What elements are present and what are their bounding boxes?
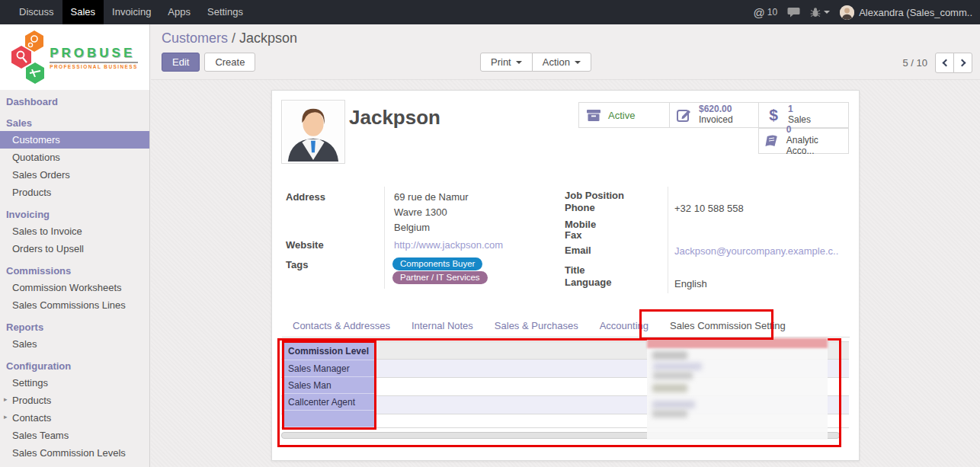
breadcrumb: Customers / Jackpson bbox=[162, 30, 297, 46]
dollar-icon: $ bbox=[765, 106, 782, 124]
expand-arrow-icon[interactable]: ▸ bbox=[4, 413, 8, 421]
print-button[interactable]: Print bbox=[480, 53, 533, 72]
mention-count: 10 bbox=[767, 7, 777, 18]
expand-arrow-icon[interactable]: ▸ bbox=[4, 395, 8, 403]
sidebar-item-quotations[interactable]: Quotations bbox=[0, 149, 149, 166]
action-label: Action bbox=[543, 56, 570, 68]
company-logo[interactable]: PROBUSE PROFESSIONAL BUSINESS bbox=[0, 24, 149, 90]
sidebar-section-configuration[interactable]: Configuration bbox=[0, 357, 149, 374]
email-link[interactable]: Jackpson@yourcompany.example.c.. bbox=[674, 245, 838, 257]
logo-hexagons-icon bbox=[11, 29, 46, 85]
analytic-count-label: Analytic Acco... bbox=[786, 136, 842, 157]
app-menu-sales[interactable]: Sales bbox=[62, 0, 104, 24]
book-icon bbox=[765, 135, 780, 148]
logo-text: PROBUSE PROFESSIONAL BUSINESS bbox=[50, 46, 138, 69]
pager-previous-button[interactable] bbox=[935, 53, 954, 73]
page-title: Jackpson bbox=[349, 106, 440, 130]
sidebar-section-reports[interactable]: Reports bbox=[0, 318, 149, 335]
sidebar-item-dashboard[interactable]: Dashboard bbox=[0, 93, 149, 110]
commission-level-header[interactable]: Commission Level bbox=[284, 343, 374, 360]
create-button[interactable]: Create bbox=[204, 53, 255, 72]
breadcrumb-customers[interactable]: Customers bbox=[162, 30, 228, 46]
sales-count-label: Sales bbox=[788, 115, 811, 126]
sidebar-item-products[interactable]: Products bbox=[0, 184, 149, 201]
debug-caret-icon bbox=[824, 11, 830, 14]
commission-level-cell[interactable]: Sales Manager bbox=[284, 360, 374, 377]
tab-contacts-addresses[interactable]: Contacts & Addresses bbox=[282, 313, 401, 337]
pager: 5 / 10 bbox=[902, 53, 972, 73]
sidebar-item-sales-orders[interactable]: Sales Orders bbox=[0, 166, 149, 184]
analytic-accounts-stat-button[interactable]: 0 Analytic Acco... bbox=[758, 128, 849, 154]
tag-partner-it-services[interactable]: Partner / IT Services bbox=[392, 271, 488, 284]
chevron-left-icon bbox=[942, 59, 950, 67]
user-menu[interactable]: Alexandra (Sales_comm.. bbox=[840, 5, 972, 20]
app-menu-discuss[interactable]: Discuss bbox=[11, 0, 62, 24]
chevron-down-icon bbox=[575, 61, 581, 64]
invoiced-stat-button[interactable]: $620.00 Invoiced bbox=[669, 102, 759, 128]
redacted-text bbox=[653, 363, 702, 370]
address-line-3: Belgium bbox=[394, 222, 430, 233]
sidebar-item-settings[interactable]: Settings bbox=[0, 374, 149, 392]
commission-level-cell-empty[interactable] bbox=[284, 411, 374, 427]
email-label: Email bbox=[565, 245, 591, 256]
sidebar-item-commission-worksheets[interactable]: Commission Worksheets bbox=[0, 279, 149, 296]
app-menu-invoicing[interactable]: Invoicing bbox=[104, 0, 159, 24]
businessman-avatar-icon bbox=[283, 102, 343, 162]
action-buttons: Print Action bbox=[480, 53, 591, 72]
title-label: Title bbox=[565, 264, 585, 276]
debug-icon[interactable] bbox=[810, 7, 830, 18]
phone-label: Phone bbox=[565, 202, 595, 213]
sidebar-item-reports-sales[interactable]: Sales bbox=[0, 335, 149, 353]
pager-value: 5 / 10 bbox=[902, 57, 927, 69]
control-panel: Customers / Jackpson Edit Create Print A… bbox=[151, 24, 980, 80]
logo-title: PROBUSE bbox=[50, 46, 138, 61]
language-value: English bbox=[674, 278, 707, 289]
commission-level-cell[interactable]: Sales Man bbox=[284, 377, 374, 394]
mention-counter[interactable]: @ 10 bbox=[754, 6, 778, 19]
sidebar-item-sales-teams[interactable]: Sales Teams bbox=[0, 427, 149, 444]
chevron-right-icon bbox=[958, 59, 966, 67]
tab-sales-purchases[interactable]: Sales & Purchases bbox=[484, 313, 589, 337]
sidebar-section-invoicing[interactable]: Invoicing bbox=[0, 206, 149, 222]
edit-button[interactable]: Edit bbox=[162, 53, 200, 72]
tab-internal-notes[interactable]: Internal Notes bbox=[401, 313, 484, 337]
pager-next-button[interactable] bbox=[953, 53, 972, 73]
sidebar-item-sales-commission-levels[interactable]: Sales Commission Levels bbox=[0, 444, 149, 462]
sidebar-item-customers[interactable]: Customers bbox=[0, 131, 149, 149]
sidebar-item-sales-to-invoice[interactable]: Sales to Invoice bbox=[0, 222, 149, 240]
customer-photo[interactable] bbox=[281, 100, 345, 164]
app-menu-settings[interactable]: Settings bbox=[199, 0, 251, 24]
job-position-label: Job Position bbox=[565, 190, 624, 201]
tab-accounting[interactable]: Accounting bbox=[589, 313, 659, 337]
redacted-text bbox=[652, 384, 687, 392]
sidebar-item-orders-to-upsell[interactable]: Orders to Upsell bbox=[0, 240, 149, 257]
tags-label: Tags bbox=[286, 259, 308, 270]
sidebar-section-sales[interactable]: Sales bbox=[0, 114, 149, 131]
sales-stat-button[interactable]: $ 1 Sales bbox=[758, 102, 849, 128]
invoice-edit-icon bbox=[676, 108, 693, 122]
active-toggle-button[interactable]: Active bbox=[578, 102, 670, 128]
app-menu-apps[interactable]: Apps bbox=[159, 0, 199, 24]
tag-components-buyer[interactable]: Components Buyer bbox=[392, 257, 482, 270]
app-menu: Discuss Sales Invoicing Apps Settings bbox=[0, 0, 251, 24]
form-sheet: Jackpson Active $620.00 Invoiced bbox=[271, 90, 860, 461]
sidebar-item-sales-commissions-lines[interactable]: Sales Commissions Lines bbox=[0, 296, 149, 314]
logo-subtitle: PROFESSIONAL BUSINESS bbox=[50, 62, 138, 69]
commission-level-cell[interactable]: Callcenter Agent bbox=[284, 394, 374, 411]
breadcrumb-separator: / bbox=[232, 30, 239, 46]
field-separator bbox=[384, 187, 385, 289]
website-link[interactable]: http://www.jackpson.com bbox=[394, 239, 503, 251]
sidebar: PROBUSE PROFESSIONAL BUSINESS Dashboard … bbox=[0, 24, 150, 467]
action-button[interactable]: Action bbox=[532, 53, 591, 72]
field-separator bbox=[668, 187, 668, 293]
form-buttons: Edit Create bbox=[162, 53, 255, 72]
sidebar-section-commissions[interactable]: Commissions bbox=[0, 262, 149, 279]
main-area: Customers / Jackpson Edit Create Print A… bbox=[151, 24, 980, 467]
invoiced-value: $620.00 bbox=[699, 104, 733, 115]
sidebar-item-config-contacts[interactable]: ▸Contacts bbox=[0, 409, 149, 427]
sidebar-item-config-products[interactable]: ▸Products bbox=[0, 392, 149, 409]
tab-sales-commission-setting[interactable]: Sales Commission Setting bbox=[659, 313, 796, 337]
archive-icon bbox=[585, 109, 602, 122]
address-line-1: 69 rue de Namur bbox=[394, 191, 469, 203]
messages-icon[interactable] bbox=[787, 7, 800, 18]
